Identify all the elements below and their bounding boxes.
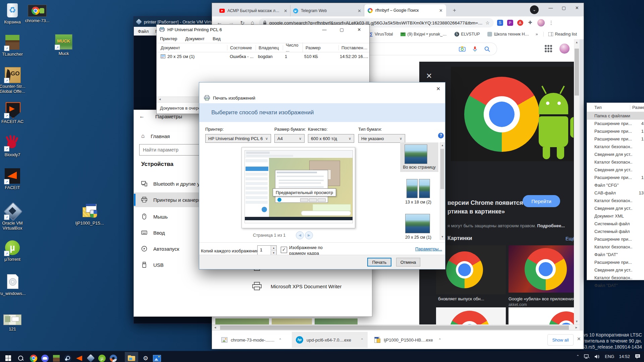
downloads-close-icon[interactable]: ✕ xyxy=(577,336,581,342)
desktop-icon-utorrent[interactable]: µ ↗ µTorrent xyxy=(0,240,29,262)
extension-adblock-icon[interactable]: A xyxy=(517,20,523,26)
search-icon[interactable] xyxy=(484,46,490,52)
related-image-caption[interactable]: бновляет выпуск обн... xyxy=(438,296,505,301)
column-document[interactable]: Документ xyxy=(157,45,227,50)
desktop-icon-faceit[interactable]: ↗ FACEIT xyxy=(0,168,29,190)
network-icon[interactable] xyxy=(584,354,590,359)
extensions-puzzle-icon[interactable]: ✚ xyxy=(527,20,533,26)
fit-to-frame-checkbox[interactable]: ✓ xyxy=(281,247,287,253)
maximize-button[interactable]: ▢ xyxy=(334,27,349,32)
file-list-row[interactable]: Сведения для уст... xyxy=(587,204,644,212)
tab-close-icon[interactable]: ✕ xyxy=(439,8,443,13)
hero-image-chrome-android[interactable] xyxy=(451,67,574,161)
scrollbar-thumb[interactable] xyxy=(440,149,444,189)
dialog-titlebar[interactable]: Печать изображений ✕ xyxy=(199,82,445,103)
close-button[interactable]: ✕ xyxy=(352,27,367,32)
file-list-row[interactable]: Расширение при... 1 xyxy=(587,174,644,181)
volume-icon[interactable] xyxy=(594,354,600,359)
profile-avatar[interactable] xyxy=(537,19,545,26)
file-list-row[interactable]: Расширение при... xyxy=(587,258,644,266)
quality-select[interactable]: 600 x 600 т/д∨ xyxy=(308,134,354,143)
start-button[interactable] xyxy=(1,352,15,362)
tab-youtube[interactable]: АСМР Быстрый массаж лица и ... ✕ xyxy=(217,5,290,16)
options-link[interactable]: Параметры... xyxy=(415,246,442,251)
mic-icon[interactable] xyxy=(473,46,477,52)
camera-search-icon[interactable] xyxy=(459,46,466,52)
file-list-row[interactable]: Расширение при... 1 xyxy=(587,127,644,135)
show-all-button[interactable]: Show all xyxy=(547,334,574,346)
download-item-1[interactable]: chrome-73-mode-....jpg ⌃ xyxy=(218,334,285,346)
close-button[interactable]: ✕ xyxy=(571,3,584,13)
tab-google-search[interactable]: rfhnbyrf – Google Поиск ✕ xyxy=(364,4,446,16)
menu-dots-icon[interactable]: ⋮ xyxy=(549,20,554,26)
scroll-down-icon[interactable]: ▼ xyxy=(441,235,444,238)
tab-telegram[interactable]: Telegram Web ✕ xyxy=(290,5,364,16)
column-submitted[interactable]: Поставлено в очер xyxy=(339,45,369,50)
paper-type-select[interactable]: Не указано∨ xyxy=(358,134,405,143)
download-item-3[interactable]: IjP1000_P1500-HB....exe ⌃ xyxy=(371,334,445,346)
queue-job-row[interactable]: 20 x 25 см (1) Ошибка - ... bogdan 1 510… xyxy=(157,52,369,60)
scroll-up-icon[interactable]: ▲ xyxy=(441,144,444,147)
bookmark-virustotal[interactable]: ∑ VirusTotal xyxy=(370,32,393,37)
desktop-icon-faceit-ac[interactable]: ↗ FACEIT AC xyxy=(0,102,29,124)
media-control-icon[interactable]: ⌄ xyxy=(530,5,539,14)
reading-list-button[interactable]: Reading list xyxy=(543,32,577,37)
cancel-button[interactable]: Отмена xyxy=(396,258,420,266)
stepper-up-icon[interactable]: ▲ xyxy=(271,246,276,250)
scrollbar-thumb[interactable] xyxy=(575,49,579,96)
file-list-row[interactable]: Системный файл xyxy=(587,228,644,235)
bookmarks-overflow-icon[interactable]: » xyxy=(536,32,538,37)
desktop-icon-csgo[interactable]: GO ↗ Counter-Str... Global Offe... xyxy=(0,67,29,94)
chevron-up-icon[interactable]: ⌃ xyxy=(438,338,441,342)
file-list-row[interactable]: Файл "CFG" xyxy=(587,181,644,189)
desktop-icon-bloody7[interactable]: ↗ Bloody7 xyxy=(0,135,29,157)
scroll-down-icon[interactable]: ▼ xyxy=(575,320,578,323)
bookmark-mail[interactable]: (9) Вхідні • yunak_s... xyxy=(400,32,447,37)
horizontal-scrollbar[interactable]: ◄ ► xyxy=(212,324,580,330)
next-page-button[interactable]: ▶ xyxy=(305,231,313,239)
file-list-row[interactable]: Каталог безопасн... xyxy=(587,243,644,251)
file-list-row[interactable]: Файл "DAT" xyxy=(587,251,644,258)
printer-select[interactable]: HP Universal Printing PCL 6∨ xyxy=(205,134,271,143)
taskbar-photos[interactable] xyxy=(150,352,164,362)
layout-20x25[interactable] xyxy=(405,214,429,233)
settings-back-icon[interactable]: ← xyxy=(139,113,145,119)
file-list-row[interactable]: Расширение при... 1 xyxy=(587,135,644,143)
related-image-4[interactable]: Google xyxy=(508,307,578,324)
minimize-button[interactable]: — xyxy=(544,3,557,13)
copies-stepper[interactable]: 1 ▲ ▼ xyxy=(257,245,277,255)
layout-full-page[interactable] xyxy=(405,144,427,163)
column-pages[interactable]: Число ... xyxy=(283,43,303,53)
result-thumbnail[interactable] xyxy=(315,318,358,324)
file-list-row[interactable]: Документ XML xyxy=(587,212,644,220)
virtualbox-menu-file[interactable]: Файл xyxy=(138,29,149,34)
tray-clock[interactable]: 14:52 xyxy=(619,354,630,359)
related-image-caption[interactable]: Google «убила» все приложения ... xyxy=(508,296,578,301)
scroll-left-icon[interactable]: ◄ xyxy=(158,98,161,101)
column-owner[interactable]: Владелец xyxy=(256,45,283,50)
maximize-button[interactable]: ▢ xyxy=(557,3,570,13)
related-image-3[interactable] xyxy=(436,307,506,324)
chevron-up-icon[interactable]: ⌃ xyxy=(279,338,282,342)
desktop-icon-ljp1000-installer[interactable]: IjP1000_P15... xyxy=(73,204,106,226)
bookmark-star-icon[interactable]: ☆ xyxy=(485,20,490,25)
taskbar-bloody7[interactable] xyxy=(107,352,120,362)
scroll-left-icon[interactable]: ◄ xyxy=(214,326,217,329)
layout-13x18[interactable] xyxy=(407,179,430,198)
desktop-icon-muck[interactable]: MUCK ↗ Muck xyxy=(48,34,80,56)
new-tab-button[interactable]: + xyxy=(451,7,458,14)
file-list-row[interactable]: Сведения для уст... xyxy=(587,166,644,174)
file-list-row[interactable]: Сведения для уст... xyxy=(587,266,644,274)
file-list-row[interactable]: Системный файл xyxy=(587,220,644,228)
layout-scrollbar[interactable]: ▲ ▼ xyxy=(440,142,445,240)
extension-savefrom-icon[interactable]: S xyxy=(497,20,503,26)
queue-titlebar[interactable]: HP Universal Printing PCL 6 — ▢ ✕ xyxy=(157,25,369,34)
file-list-row[interactable]: Папка с файлами xyxy=(587,112,644,120)
copyright-more-link[interactable]: Подробнее... xyxy=(537,223,565,228)
result-thumbnail[interactable] xyxy=(215,318,269,324)
desktop-icon-tlauncher[interactable]: ↗ TLauncher xyxy=(0,35,29,57)
bookmark-elvstup[interactable]: S ELVSTUP xyxy=(454,32,480,37)
scrollbar-thumb[interactable] xyxy=(220,325,569,330)
google-account-avatar[interactable] xyxy=(559,44,570,54)
tray-language[interactable]: ENG xyxy=(605,354,614,359)
